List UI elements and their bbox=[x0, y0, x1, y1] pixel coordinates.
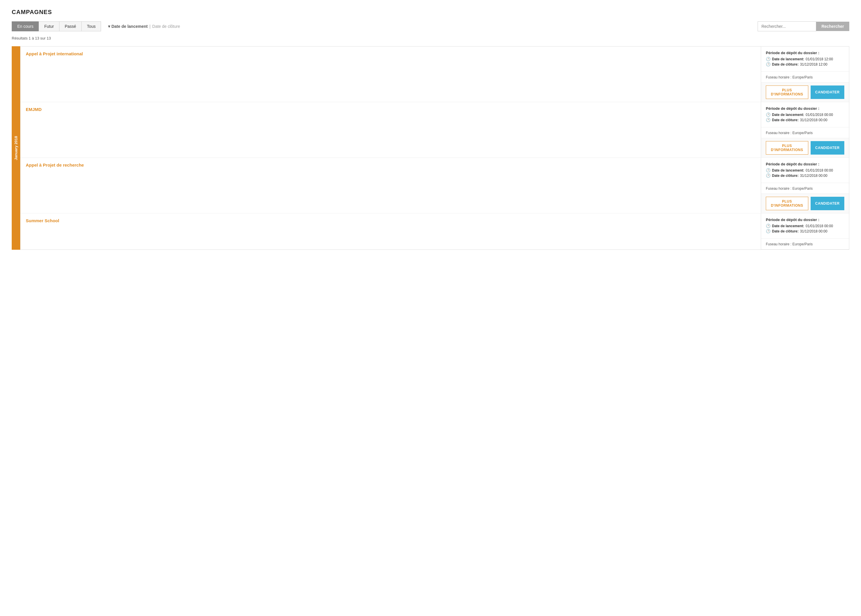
table-row: Summer School Période de dépôt du dossie… bbox=[20, 214, 849, 250]
clock-icon-cloture-3: 🕐 bbox=[766, 173, 771, 178]
toolbar: En cours Futur Passé Tous ▾ Date de lanc… bbox=[12, 21, 849, 31]
tab-futur[interactable]: Futur bbox=[39, 21, 59, 31]
month-label: January 2018 bbox=[12, 46, 20, 250]
campaign-title-2[interactable]: EMJMD bbox=[26, 107, 756, 112]
campaign-actions-3: PLUS D'INFORMATIONS CANDIDATER bbox=[761, 194, 849, 213]
campaign-left-4: Summer School bbox=[20, 214, 761, 250]
candidater-button-1[interactable]: CANDIDATER bbox=[811, 85, 844, 99]
periode-label-1: Période de dépôt du dossier : bbox=[766, 51, 844, 55]
campaign-dates-4: Période de dépôt du dossier : 🕐 Date de … bbox=[761, 214, 849, 239]
campaign-actions-2: PLUS D'INFORMATIONS CANDIDATER bbox=[761, 138, 849, 157]
campaign-dates-1: Période de dépôt du dossier : 🕐 Date de … bbox=[761, 47, 849, 72]
campaign-title-1[interactable]: Appel à Projet international bbox=[26, 51, 756, 56]
sort-inactive-label[interactable]: Date de clôture bbox=[152, 24, 180, 29]
clock-icon-4: 🕐 bbox=[766, 224, 771, 228]
fuseau-text-3: Fuseau horaire : Europe/Paris bbox=[766, 187, 813, 190]
campaign-right-1: Période de dépôt du dossier : 🕐 Date de … bbox=[761, 47, 849, 102]
chevron-icon: ▾ bbox=[108, 24, 110, 29]
campaign-actions-1: PLUS D'INFORMATIONS CANDIDATER bbox=[761, 83, 849, 102]
date-cloture-label-3: Date de clôture: bbox=[772, 174, 799, 178]
date-cloture-3: 🕐 Date de clôture: 31/12/2018 00:00 bbox=[766, 173, 844, 178]
date-cloture-label-4: Date de clôture: bbox=[772, 229, 799, 233]
table-row: Appel à Projet de recherche Période de d… bbox=[20, 158, 849, 214]
sort-separator: | bbox=[150, 24, 151, 29]
campaign-left-3: Appel à Projet de recherche bbox=[20, 158, 761, 213]
clock-icon-cloture-1: 🕐 bbox=[766, 62, 771, 66]
periode-label-3: Période de dépôt du dossier : bbox=[766, 162, 844, 166]
campaign-dates-2: Période de dépôt du dossier : 🕐 Date de … bbox=[761, 102, 849, 127]
date-cloture-value-1: 31/12/2018 12:00 bbox=[800, 62, 827, 66]
page-title: CAMPAGNES bbox=[12, 9, 849, 16]
clock-icon-cloture-4: 🕐 bbox=[766, 229, 771, 233]
date-cloture-value-4: 31/12/2018 00:00 bbox=[800, 229, 827, 233]
tab-tous[interactable]: Tous bbox=[82, 21, 101, 31]
table-row: EMJMD Période de dépôt du dossier : 🕐 Da… bbox=[20, 102, 849, 158]
search-section: Rechercher bbox=[758, 21, 849, 31]
sort-active[interactable]: ▾ Date de lancement bbox=[108, 24, 148, 29]
campaign-left-1: Appel à Projet international bbox=[20, 47, 761, 102]
campaign-title-4[interactable]: Summer School bbox=[26, 218, 756, 223]
clock-icon-1: 🕐 bbox=[766, 57, 771, 61]
fuseau-3: Fuseau horaire : Europe/Paris bbox=[761, 183, 849, 194]
date-cloture-value-2: 31/12/2018 00:00 bbox=[800, 118, 827, 122]
table-row: Appel à Projet international Période de … bbox=[20, 47, 849, 102]
date-lancement-label-3: Date de lancement: bbox=[772, 168, 804, 173]
date-cloture-1: 🕐 Date de clôture: 31/12/2018 12:00 bbox=[766, 62, 844, 66]
date-lancement-value-3: 01/01/2018 00:00 bbox=[806, 168, 833, 173]
info-button-3[interactable]: PLUS D'INFORMATIONS bbox=[766, 197, 808, 210]
campaign-right-4: Période de dépôt du dossier : 🕐 Date de … bbox=[761, 214, 849, 250]
date-cloture-2: 🕐 Date de clôture: 31/12/2018 00:00 bbox=[766, 118, 844, 122]
clock-icon-2: 🕐 bbox=[766, 112, 771, 117]
search-button[interactable]: Rechercher bbox=[816, 22, 849, 31]
info-button-2[interactable]: PLUS D'INFORMATIONS bbox=[766, 141, 808, 155]
periode-label-4: Période de dépôt du dossier : bbox=[766, 217, 844, 222]
sort-active-label: Date de lancement bbox=[111, 24, 148, 29]
tab-passe[interactable]: Passé bbox=[59, 21, 82, 31]
clock-icon-cloture-2: 🕐 bbox=[766, 118, 771, 122]
fuseau-text-2: Fuseau horaire : Europe/Paris bbox=[766, 131, 813, 135]
fuseau-2: Fuseau horaire : Europe/Paris bbox=[761, 127, 849, 138]
date-lancement-label-4: Date de lancement: bbox=[772, 224, 804, 228]
date-lancement-value-4: 01/01/2018 00:00 bbox=[806, 224, 833, 228]
fuseau-1: Fuseau horaire : Europe/Paris bbox=[761, 72, 849, 83]
fuseau-4: Fuseau horaire : Europe/Paris bbox=[761, 239, 849, 250]
date-cloture-label-1: Date de clôture: bbox=[772, 62, 799, 66]
date-lancement-value-1: 01/01/2018 12:00 bbox=[806, 57, 833, 61]
tab-en-cours[interactable]: En cours bbox=[12, 21, 39, 31]
campaign-group: January 2018 Appel à Projet internationa… bbox=[12, 46, 849, 250]
date-lancement-label-1: Date de lancement: bbox=[772, 57, 804, 61]
campaign-right-2: Période de dépôt du dossier : 🕐 Date de … bbox=[761, 102, 849, 157]
date-lancement-2: 🕐 Date de lancement: 01/01/2018 00:00 bbox=[766, 112, 844, 117]
fuseau-text-1: Fuseau horaire : Europe/Paris bbox=[766, 75, 813, 79]
date-cloture-4: 🕐 Date de clôture: 31/12/2018 00:00 bbox=[766, 229, 844, 233]
info-button-1[interactable]: PLUS D'INFORMATIONS bbox=[766, 85, 808, 99]
date-lancement-1: 🕐 Date de lancement: 01/01/2018 12:00 bbox=[766, 57, 844, 61]
results-info: Résultats 1 à 13 sur 13 bbox=[12, 36, 849, 41]
campaigns-container: January 2018 Appel à Projet internationa… bbox=[12, 46, 849, 256]
candidater-button-2[interactable]: CANDIDATER bbox=[811, 141, 844, 155]
clock-icon-3: 🕐 bbox=[766, 168, 771, 173]
date-cloture-label-2: Date de clôture: bbox=[772, 118, 799, 122]
campaign-right-3: Période de dépôt du dossier : 🕐 Date de … bbox=[761, 158, 849, 213]
search-input[interactable] bbox=[758, 21, 816, 31]
candidater-button-3[interactable]: CANDIDATER bbox=[811, 197, 844, 210]
campaign-left-2: EMJMD bbox=[20, 102, 761, 157]
date-lancement-value-2: 01/01/2018 00:00 bbox=[806, 113, 833, 117]
fuseau-text-4: Fuseau horaire : Europe/Paris bbox=[766, 242, 813, 246]
campaign-items-list: Appel à Projet international Période de … bbox=[20, 46, 849, 250]
date-lancement-3: 🕐 Date de lancement: 01/01/2018 00:00 bbox=[766, 168, 844, 173]
date-lancement-4: 🕐 Date de lancement: 01/01/2018 00:00 bbox=[766, 224, 844, 228]
periode-label-2: Période de dépôt du dossier : bbox=[766, 106, 844, 111]
campaign-title-3[interactable]: Appel à Projet de recherche bbox=[26, 162, 756, 168]
sort-section: ▾ Date de lancement | Date de clôture bbox=[108, 24, 180, 29]
date-cloture-value-3: 31/12/2018 00:00 bbox=[800, 174, 827, 178]
campaign-dates-3: Période de dépôt du dossier : 🕐 Date de … bbox=[761, 158, 849, 183]
date-lancement-label-2: Date de lancement: bbox=[772, 113, 804, 117]
